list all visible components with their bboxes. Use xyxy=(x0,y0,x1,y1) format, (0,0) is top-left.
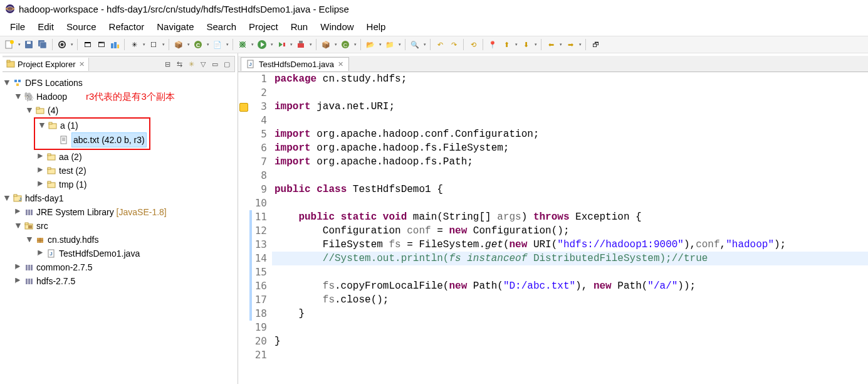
tree-abc-file[interactable]: abc.txt (42.0 b, r3) xyxy=(35,132,147,147)
search-icon[interactable]: 🔍 xyxy=(409,39,421,50)
tree-project[interactable]: ⯆ J hdfs-day1 xyxy=(3,191,235,205)
svg-rect-13 xyxy=(114,42,117,48)
tree-hdfs-lib[interactable]: ⯈ hdfs-2.7.5 xyxy=(3,274,235,288)
collapse-arrow-icon[interactable]: ⯈ xyxy=(36,150,45,164)
svg-rect-32 xyxy=(16,83,19,86)
back-icon[interactable]: ⬅ xyxy=(545,39,557,50)
tree-src[interactable]: ⯆ src xyxy=(3,219,235,233)
menu-navigate[interactable]: Navigate xyxy=(152,20,199,33)
library-icon xyxy=(24,262,34,272)
editor-tab-label: TestHdfsDemo1.java xyxy=(259,60,334,69)
debug-icon[interactable] xyxy=(237,39,248,50)
tree-a-folder[interactable]: ⯆ a (1) xyxy=(35,119,147,132)
menu-run[interactable]: Run xyxy=(286,20,313,33)
tree-test-folder[interactable]: ⯈ test (2) xyxy=(3,164,235,178)
new-java-icon[interactable]: 📦 xyxy=(320,39,332,50)
window-title-bar: hadoop-workspace - hdfs-day1/src/cn/stud… xyxy=(0,0,868,18)
menu-project[interactable]: Project xyxy=(244,20,283,33)
annotation-prev-icon[interactable]: ↶ xyxy=(434,39,446,50)
tree-hadoop-count[interactable]: ⯆ (4) xyxy=(3,104,235,117)
link-icon[interactable]: 🗔 xyxy=(95,39,107,50)
tree-label: tmp (1) xyxy=(59,178,86,191)
tree-label: Hadoop xyxy=(36,90,67,104)
run-last-icon[interactable] xyxy=(276,39,287,50)
open-folder-icon[interactable]: 📂 xyxy=(365,39,376,50)
tree-package[interactable]: ⯆ cn.study.hdfs xyxy=(3,233,235,247)
last-edit-icon[interactable]: ⟲ xyxy=(468,39,479,50)
svg-rect-54 xyxy=(25,223,28,225)
save-icon[interactable] xyxy=(23,39,34,50)
expand-arrow-icon[interactable]: ⯆ xyxy=(25,233,34,247)
menu-search[interactable]: Search xyxy=(201,20,241,33)
tree-common[interactable]: ⯈ common-2.7.5 xyxy=(3,260,235,274)
expand-arrow-icon[interactable]: ⯆ xyxy=(3,191,11,205)
menu-refactor[interactable]: Refactor xyxy=(104,20,150,33)
editor-tab[interactable]: J TestHdfsDemo1.java ✕ xyxy=(241,57,349,71)
project-explorer-tab-label: Project Explorer xyxy=(18,60,75,69)
link-editor-icon[interactable]: ⇆ xyxy=(174,59,184,69)
new-class-icon[interactable]: C xyxy=(340,39,351,50)
project-tree[interactable]: ⯆ DFS Locations ⯆ 🐘 Hadoop r3代表的是有3个副本 ⯆… xyxy=(0,72,238,384)
view-menu-icon[interactable]: ▽ xyxy=(198,59,208,69)
open-type-icon[interactable]: 🗖 xyxy=(81,39,93,50)
tree-tmp-folder[interactable]: ⯈ tmp (1) xyxy=(3,178,235,191)
build-icon[interactable] xyxy=(56,39,68,50)
menu-help[interactable]: Help xyxy=(362,20,391,33)
code-editor[interactable]: 1234 5678 9101112 13141516 1718192021 pa… xyxy=(238,72,868,384)
collapse-arrow-icon[interactable]: ⯈ xyxy=(14,205,23,219)
task-icon[interactable]: ☐ xyxy=(148,39,159,50)
collapse-arrow-icon[interactable]: ⯈ xyxy=(14,260,23,274)
collapse-arrow-icon[interactable]: ⯈ xyxy=(14,274,23,288)
pin-icon[interactable]: 📍 xyxy=(487,39,498,50)
mapred-icon[interactable] xyxy=(109,39,120,50)
focus-task-icon[interactable]: ✳ xyxy=(186,59,196,69)
save-all-icon[interactable] xyxy=(37,39,48,50)
editor-tab-bar: J TestHdfsDemo1.java ✕ xyxy=(238,56,868,72)
tree-label: hdfs-2.7.5 xyxy=(36,274,75,288)
menu-window[interactable]: Window xyxy=(315,20,358,33)
expand-arrow-icon[interactable]: ⯆ xyxy=(25,104,34,117)
mylyn-icon[interactable]: ✳ xyxy=(128,39,140,50)
project-explorer-tab[interactable]: Project Explorer ✕ xyxy=(3,58,89,71)
main-toolbar: ▾ ▾ 🗖 🗔 ✳▾ ☐▾ 📦▾ C▾ 📄▾ ▾ ▾ ▾ ▾ 📦▾ C▾ 📂▾ … xyxy=(0,36,868,53)
tree-jre[interactable]: ⯈ JRE System Library [JavaSE-1.8] xyxy=(3,205,235,219)
maximize-icon[interactable]: ▢ xyxy=(222,59,232,69)
code-content[interactable]: package cn.study.hdfs; import java.net.U… xyxy=(272,72,868,384)
tree-dfs-locations[interactable]: ⯆ DFS Locations xyxy=(3,76,235,90)
tree-label: abc.txt (42.0 b, r3) xyxy=(71,132,147,147)
expand-arrow-icon[interactable]: ⯆ xyxy=(14,90,23,104)
collapse-arrow-icon[interactable]: ⯈ xyxy=(36,247,45,260)
tab-close-icon[interactable]: ✕ xyxy=(338,60,343,68)
collapse-arrow-icon[interactable]: ⯈ xyxy=(36,164,45,178)
tree-label: TestHdfsDemo1.java xyxy=(59,247,140,260)
tab-close-icon[interactable]: ✕ xyxy=(79,60,85,68)
annotation-next-icon[interactable]: ↷ xyxy=(448,39,459,50)
run-icon[interactable] xyxy=(256,39,268,50)
package-icon[interactable]: 📦 xyxy=(173,39,184,50)
expand-arrow-icon[interactable]: ⯆ xyxy=(38,119,46,132)
prev-marker-icon[interactable]: ⬆ xyxy=(501,39,512,50)
collapse-arrow-icon[interactable]: ⯈ xyxy=(36,178,45,191)
tree-java-file[interactable]: ⯈ J TestHdfsDemo1.java xyxy=(3,247,235,260)
menu-source[interactable]: Source xyxy=(61,20,102,33)
expand-icon[interactable]: 🗗 xyxy=(590,39,601,50)
svg-rect-24 xyxy=(298,43,304,48)
menu-file[interactable]: File xyxy=(5,20,30,33)
expand-arrow-icon[interactable]: ⯆ xyxy=(14,219,23,233)
minimize-icon[interactable]: ▭ xyxy=(210,59,220,69)
tree-label: hdfs-day1 xyxy=(25,191,63,205)
folder-icon[interactable]: 📁 xyxy=(384,39,395,50)
class-icon[interactable]: C xyxy=(192,39,204,50)
tree-aa-folder[interactable]: ⯈ aa (2) xyxy=(3,150,235,164)
forward-icon[interactable]: ➡ xyxy=(565,39,576,50)
svg-text:J: J xyxy=(50,251,52,257)
expand-arrow-icon[interactable]: ⯆ xyxy=(3,76,11,90)
next-marker-icon[interactable]: ⬇ xyxy=(520,39,531,50)
menu-edit[interactable]: Edit xyxy=(33,20,59,33)
svg-point-4 xyxy=(10,40,14,44)
ext-tools-icon[interactable] xyxy=(295,39,306,50)
tree-hadoop[interactable]: ⯆ 🐘 Hadoop r3代表的是有3个副本 xyxy=(3,90,235,104)
gen-icon[interactable]: 📄 xyxy=(212,39,223,50)
new-icon[interactable] xyxy=(4,39,15,50)
collapse-all-icon[interactable]: ⊟ xyxy=(162,59,172,69)
